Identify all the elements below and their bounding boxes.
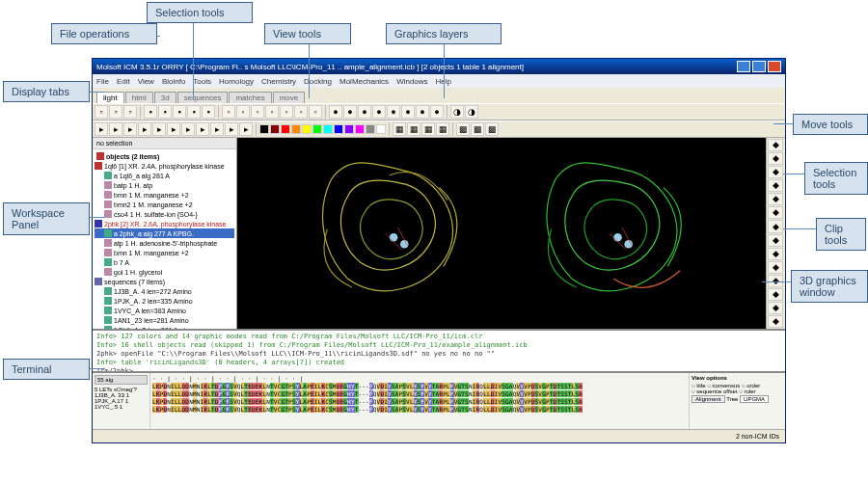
tree-item[interactable]: bmn 1 M. manganese +2: [95, 248, 234, 257]
clear-icon[interactable]: ◦: [294, 105, 308, 119]
palette-color-8[interactable]: [344, 124, 354, 134]
alignment-sequences[interactable]: · · | · · | · · | · · | · · | · · | · · …: [150, 373, 689, 429]
tab-light[interactable]: light: [96, 92, 124, 103]
palette-color-10[interactable]: [366, 124, 375, 134]
undo-icon[interactable]: ▪: [144, 105, 157, 119]
tab-move[interactable]: move: [273, 92, 306, 103]
tab-matches[interactable]: matches: [229, 92, 271, 103]
palette-color-5[interactable]: [312, 124, 322, 134]
invert-icon[interactable]: ◦: [280, 105, 293, 119]
tab-sequences[interactable]: sequences: [177, 92, 229, 103]
fullscreen-icon[interactable]: ▸: [196, 122, 209, 136]
atom-select-icon[interactable]: ◦: [251, 105, 264, 119]
tab-3d[interactable]: 3d: [154, 92, 176, 103]
tree-item[interactable]: b 7 A: [95, 257, 234, 267]
menu-tools[interactable]: Tools: [193, 77, 211, 86]
pick-res-icon[interactable]: ◆: [768, 193, 783, 205]
seq-row[interactable]: LKPDNILLDDNMNIKLTDFGFSVQLTEDEKLNTVCGTPSY…: [152, 383, 687, 390]
center-icon[interactable]: ▸: [138, 122, 151, 136]
tab-html[interactable]: html: [125, 92, 153, 103]
tree-item[interactable]: a 1ql6_a alg 281 A: [95, 171, 234, 180]
rotate-r-icon[interactable]: ◆: [768, 152, 783, 165]
grid-icon[interactable]: ▩: [456, 122, 470, 136]
minimize-icon[interactable]: [737, 61, 750, 72]
ruler-icon[interactable]: ▩: [485, 122, 499, 136]
camera-icon[interactable]: ◆: [768, 315, 783, 328]
tree-item[interactable]: sequences (7 items): [95, 277, 234, 286]
lasso-icon[interactable]: ◦: [236, 105, 250, 119]
grow-icon[interactable]: ◦: [309, 105, 322, 119]
label-icon[interactable]: ●: [387, 105, 400, 119]
pick-mol-icon[interactable]: ◆: [768, 206, 783, 219]
connect-icon[interactable]: ◆: [768, 302, 783, 314]
slab-icon[interactable]: ◆: [768, 288, 783, 301]
zcenter-icon[interactable]: ◆: [768, 166, 783, 178]
maximize-icon[interactable]: [752, 61, 766, 72]
surface-icon[interactable]: ●: [358, 105, 371, 119]
layer3-icon[interactable]: ▦: [421, 122, 435, 136]
pick-atom-icon[interactable]: ◆: [768, 179, 783, 192]
print-icon[interactable]: ▫: [123, 105, 137, 119]
terminal[interactable]: Info> 127 colors and 14 graphic modes re…: [93, 329, 785, 371]
save-icon[interactable]: ▫: [109, 105, 122, 119]
tree-item[interactable]: batp 1 H. atp: [95, 180, 234, 190]
undo-view-icon[interactable]: ▸: [239, 122, 253, 136]
axes-icon[interactable]: ▩: [471, 122, 484, 136]
tree-item[interactable]: a 2phk_a alg 277 A KPBG.: [95, 228, 234, 238]
tree-item[interactable]: 1PJK_A. 2 len=335 Amino: [95, 296, 234, 306]
tree-item[interactable]: 1ql6 [1] XR. 2.4A. phosphorylase kinase: [95, 161, 234, 171]
tree-item[interactable]: 1AN1_23 len=281 Amino: [95, 315, 234, 325]
palette-color-2[interactable]: [281, 124, 290, 134]
menu-homology[interactable]: Homology: [219, 77, 254, 86]
palette-color-11[interactable]: [376, 124, 386, 134]
cpk-icon[interactable]: ●: [372, 105, 386, 119]
close-icon[interactable]: [768, 61, 781, 72]
menu-windows[interactable]: Windows: [396, 77, 427, 86]
box-icon[interactable]: ●: [430, 105, 444, 119]
seq-row[interactable]: LKPDNILLDDNMNIKLTDFGFSVQLTEDEKLNTVCGTPSY…: [152, 390, 687, 398]
tree-item[interactable]: bmn 1 M. manganese +2: [95, 190, 234, 200]
cut-icon[interactable]: ▪: [173, 105, 186, 119]
tree-root[interactable]: objects (2 items): [95, 151, 234, 161]
tree-item[interactable]: 2phk [2] XR. 2.6A. phosphorylase kinase: [95, 219, 234, 228]
color-res-icon[interactable]: ◑: [465, 105, 478, 119]
layer4-icon[interactable]: ▦: [436, 122, 449, 136]
3d-graphics-window[interactable]: [237, 138, 766, 329]
tree-item[interactable]: 1VYC_A len=383 Amino: [95, 306, 234, 315]
titlebar[interactable]: Molsoft ICM 3.5.1r ORRY [ C:\Program Fi.…: [93, 59, 785, 74]
fog-icon[interactable]: ▸: [152, 122, 166, 136]
antialias-icon[interactable]: ▸: [210, 122, 224, 136]
palette-color-9[interactable]: [355, 124, 365, 134]
sphere-sel-icon[interactable]: ◆: [768, 234, 783, 247]
tree-item[interactable]: bmn2 1 M. manganese +2: [95, 200, 234, 209]
alignment-button[interactable]: Alignment: [692, 395, 725, 403]
snapshot-icon[interactable]: ▸: [225, 122, 238, 136]
palette-color-6[interactable]: [323, 124, 333, 134]
translate-icon[interactable]: ▸: [109, 122, 122, 136]
palette-color-7[interactable]: [334, 124, 343, 134]
tree-item[interactable]: cso4 1 H. sulfate-ion {SO4-}: [95, 209, 234, 219]
tree-item[interactable]: gol 1 H. glycerol: [95, 267, 234, 277]
clip-icon[interactable]: ▸: [167, 122, 180, 136]
palette-color-3[interactable]: [291, 124, 301, 134]
layer2-icon[interactable]: ▦: [407, 122, 420, 136]
color-atom-icon[interactable]: ◑: [450, 105, 464, 119]
menu-edit[interactable]: Edit: [117, 77, 130, 86]
seq-label[interactable]: 1VYC_.5 1: [95, 404, 148, 410]
site-icon[interactable]: ●: [401, 105, 415, 119]
seq-row[interactable]: LKPDNILLDDNMNIKLTDFGFSVQLTEDEKLNTVCGTPSY…: [152, 398, 687, 406]
tree-item[interactable]: atp 1 H. adenosine-5'-triphosphate: [95, 238, 234, 248]
select-icon[interactable]: ◦: [222, 105, 235, 119]
open-icon[interactable]: ▫: [95, 105, 108, 119]
menu-molmechanics[interactable]: MolMechanics: [339, 77, 389, 86]
rotate-icon[interactable]: ▸: [95, 122, 108, 136]
wire-icon[interactable]: ●: [343, 105, 357, 119]
hbond-icon[interactable]: ●: [416, 105, 429, 119]
zoom-icon[interactable]: ▸: [123, 122, 137, 136]
lasso-r-icon[interactable]: ◆: [768, 220, 783, 232]
palette-color-0[interactable]: [259, 124, 269, 134]
menu-bioinfo[interactable]: Bioinfo: [162, 77, 185, 86]
clip-front-icon[interactable]: ◆: [768, 261, 783, 274]
menu-chemistry[interactable]: Chemistry: [261, 77, 296, 86]
move-icon[interactable]: ◆: [768, 139, 783, 151]
